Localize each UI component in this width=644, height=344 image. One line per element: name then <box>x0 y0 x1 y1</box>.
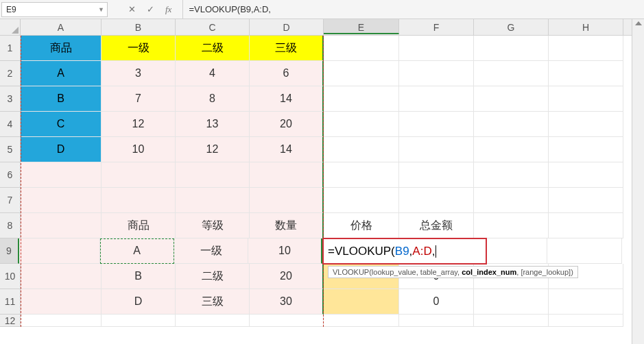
cell-H9[interactable] <box>547 238 622 264</box>
cell-E9[interactable]: =VLOOKUP(B9,A:D, VLOOKUP(lookup_value, t… <box>322 238 398 264</box>
row-header-7[interactable]: 7 <box>0 188 21 213</box>
cell-G4[interactable] <box>474 112 549 137</box>
enter-formula-button[interactable]: ✓ <box>147 4 154 14</box>
select-all-corner[interactable] <box>0 19 21 35</box>
cell-E11[interactable] <box>324 289 399 315</box>
cell-E8[interactable]: 价格 <box>324 213 399 238</box>
cell-G12[interactable] <box>474 315 549 327</box>
cell-G8[interactable] <box>474 213 549 238</box>
cell-H12[interactable] <box>549 315 623 327</box>
cell-H4[interactable] <box>549 112 623 137</box>
cell-B9[interactable]: A <box>100 238 174 264</box>
cell-E12[interactable] <box>324 315 399 327</box>
cell-F8[interactable]: 总金额 <box>399 213 474 238</box>
col-header-B[interactable]: B <box>102 19 176 35</box>
cell-C2[interactable]: 4 <box>176 61 250 86</box>
cell-A9[interactable] <box>19 238 100 264</box>
cell-G6[interactable] <box>474 162 549 188</box>
cell-D7[interactable] <box>250 188 324 213</box>
cell-A4[interactable]: C <box>21 112 102 137</box>
cell-D11[interactable]: 30 <box>250 289 324 315</box>
row-header-8[interactable]: 8 <box>0 213 21 238</box>
spreadsheet-grid[interactable]: 1 商品 一级 二级 三级 2 A 3 4 6 3 B 7 8 14 4 C 1… <box>0 36 644 327</box>
col-header-A[interactable]: A <box>21 19 102 35</box>
cell-D6[interactable] <box>250 162 324 188</box>
cell-D8[interactable]: 数量 <box>250 213 324 238</box>
cell-F3[interactable] <box>399 86 474 112</box>
cell-C7[interactable] <box>176 188 250 213</box>
cell-B3[interactable]: 7 <box>102 86 176 112</box>
cell-H1[interactable] <box>549 36 623 61</box>
insert-function-button[interactable]: fx <box>165 4 171 15</box>
cell-D3[interactable]: 14 <box>250 86 324 112</box>
cell-A2[interactable]: A <box>21 61 102 86</box>
cell-D12[interactable] <box>250 315 324 327</box>
col-header-E[interactable]: E <box>324 19 399 34</box>
cell-H5[interactable] <box>549 137 623 162</box>
cell-B4[interactable]: 12 <box>102 112 176 137</box>
cell-E1[interactable] <box>324 36 399 61</box>
tooltip-a1[interactable]: lookup_value <box>372 268 416 276</box>
cell-C1[interactable]: 二级 <box>176 36 250 61</box>
tooltip-a2[interactable]: table_array <box>420 268 457 276</box>
row-header-10[interactable]: 10 <box>0 264 21 289</box>
cell-E2[interactable] <box>324 61 399 86</box>
cell-C6[interactable] <box>176 162 250 188</box>
cell-A1[interactable]: 商品 <box>21 36 102 61</box>
row-header-12[interactable]: 12 <box>0 315 21 327</box>
row-header-6[interactable]: 6 <box>0 162 21 188</box>
cell-D5[interactable]: 14 <box>250 137 324 162</box>
cell-C3[interactable]: 8 <box>176 86 250 112</box>
cell-A8[interactable] <box>21 213 102 238</box>
cell-D10[interactable]: 20 <box>250 264 324 289</box>
cell-G2[interactable] <box>474 61 549 86</box>
name-box[interactable]: E9 ▼ <box>1 2 108 17</box>
cell-F5[interactable] <box>399 137 474 162</box>
col-header-G[interactable]: G <box>474 19 549 35</box>
row-header-1[interactable]: 1 <box>0 36 21 61</box>
cell-A12[interactable] <box>21 315 102 327</box>
cell-H3[interactable] <box>549 86 623 112</box>
col-header-H[interactable]: H <box>549 19 623 35</box>
cell-D4[interactable]: 20 <box>250 112 324 137</box>
dropdown-icon[interactable]: ▼ <box>98 6 104 13</box>
cell-F1[interactable] <box>399 36 474 61</box>
cell-B10[interactable]: B <box>102 264 176 289</box>
row-header-11[interactable]: 11 <box>0 289 21 315</box>
vertical-scrollbar[interactable] <box>632 19 644 344</box>
cell-B7[interactable] <box>102 188 176 213</box>
cell-G5[interactable] <box>474 137 549 162</box>
cell-G11[interactable] <box>474 289 549 315</box>
cell-D1[interactable]: 三级 <box>250 36 324 61</box>
cell-A3[interactable]: B <box>21 86 102 112</box>
cell-C12[interactable] <box>176 315 250 327</box>
cell-G7[interactable] <box>474 188 549 213</box>
cell-B1[interactable]: 一级 <box>102 36 176 61</box>
row-header-3[interactable]: 3 <box>0 86 21 112</box>
cell-F7[interactable] <box>399 188 474 213</box>
cell-E3[interactable] <box>324 86 399 112</box>
cell-C4[interactable]: 13 <box>176 112 250 137</box>
cell-E6[interactable] <box>324 162 399 188</box>
cell-B6[interactable] <box>102 162 176 188</box>
cell-C10[interactable]: 二级 <box>176 264 250 289</box>
cell-E4[interactable] <box>324 112 399 137</box>
cell-C11[interactable]: 三级 <box>176 289 250 315</box>
cancel-formula-button[interactable]: ✕ <box>128 4 136 14</box>
cell-A10[interactable] <box>21 264 102 289</box>
tooltip-a4[interactable]: [range_lookup] <box>521 268 571 276</box>
cell-B12[interactable] <box>102 315 176 327</box>
col-header-F[interactable]: F <box>399 19 474 35</box>
row-header-9[interactable]: 9 <box>0 238 19 264</box>
cell-A6[interactable] <box>21 162 102 188</box>
cell-A5[interactable]: D <box>21 137 102 162</box>
cell-G1[interactable] <box>474 36 549 61</box>
cell-D9[interactable]: 10 <box>248 238 322 264</box>
cell-H6[interactable] <box>549 162 623 188</box>
cell-A7[interactable] <box>21 188 102 213</box>
cell-C9[interactable]: 一级 <box>174 238 248 264</box>
cell-H8[interactable] <box>549 213 623 238</box>
scroll-up-icon[interactable] <box>635 21 642 25</box>
cell-H11[interactable] <box>549 289 623 315</box>
cell-F11[interactable]: 0 <box>399 289 474 315</box>
